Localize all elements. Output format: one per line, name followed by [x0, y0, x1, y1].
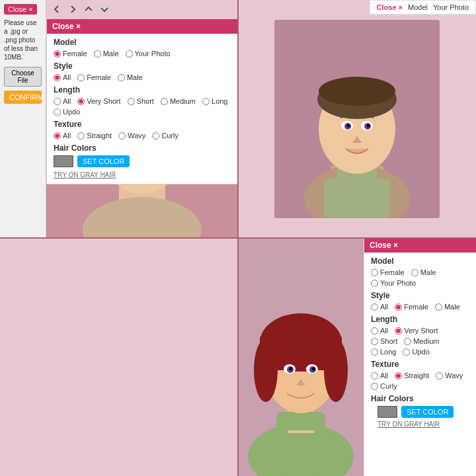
br-color-row: SET COLOR — [371, 406, 469, 418]
svg-point-88 — [312, 368, 315, 371]
br-style-female-radio[interactable] — [395, 303, 402, 311]
bottom-right-control-panel: Close × Model Female Male Your Photo Sty… — [364, 238, 476, 476]
arrow-left-button[interactable] — [50, 3, 63, 16]
br-female-radio[interactable] — [371, 269, 378, 276]
br-length-all-radio[interactable] — [371, 327, 378, 335]
br-photo-svg — [238, 238, 364, 476]
texture-straight-option[interactable]: Straight — [77, 132, 112, 139]
length-medium-radio[interactable] — [161, 98, 168, 105]
br-short-radio[interactable] — [371, 338, 378, 345]
model-female-radio[interactable] — [54, 50, 61, 58]
br-style-male[interactable]: Male — [435, 303, 460, 311]
bottom-left-quadrant: Close × — [0, 238, 238, 476]
hair-colors-section-title: Hair Colors — [54, 143, 231, 153]
br-curly-radio[interactable] — [371, 383, 378, 390]
br-male-radio[interactable] — [411, 269, 418, 276]
br-length-all[interactable]: All — [371, 327, 388, 335]
br-style-male-radio[interactable] — [435, 303, 442, 311]
length-long-option[interactable]: Long — [202, 97, 227, 105]
br-vshort-radio[interactable] — [395, 327, 402, 335]
style-male-radio[interactable] — [118, 74, 125, 81]
length-medium-option[interactable]: Medium — [161, 97, 196, 105]
br-medium-radio[interactable] — [404, 338, 411, 345]
texture-section-title: Texture — [54, 120, 231, 129]
length-veryshort-radio[interactable] — [77, 98, 85, 105]
color-swatch[interactable] — [54, 155, 73, 167]
br-style-female[interactable]: Female — [395, 303, 428, 311]
length-short-radio[interactable] — [128, 98, 135, 105]
length-section-title: Length — [54, 85, 231, 95]
br-style-all[interactable]: All — [371, 303, 388, 311]
br-length-medium[interactable]: Medium — [404, 337, 439, 345]
bottom-right-photo-area — [238, 238, 364, 476]
br-color-swatch[interactable] — [377, 406, 397, 418]
br-length-updo[interactable]: Updo — [403, 348, 429, 356]
br-length-vshort[interactable]: Very Short — [395, 327, 438, 335]
top-nav-arrows — [46, 0, 238, 19]
br-texture-wavy[interactable]: Wavy — [436, 372, 463, 379]
tr-your-photo-label: Your Photo — [433, 3, 469, 11]
length-updo-radio[interactable] — [54, 108, 61, 116]
choose-file-button[interactable]: Choose File — [4, 67, 42, 87]
model-male-option[interactable]: Male — [94, 50, 119, 58]
arrow-up-button[interactable] — [82, 3, 95, 16]
upload-instructions: Please use a .jpg or .png photo of less … — [4, 19, 42, 61]
br-style-all-radio[interactable] — [371, 303, 378, 311]
br-texture-all[interactable]: All — [371, 372, 388, 379]
confirm-button[interactable]: CONFIRM — [4, 91, 42, 104]
length-long-radio[interactable] — [202, 98, 210, 105]
length-short-option[interactable]: Short — [128, 97, 154, 105]
br-length-long[interactable]: Long — [371, 348, 396, 356]
arrow-down-button[interactable] — [98, 3, 111, 16]
style-female-radio[interactable] — [77, 74, 85, 81]
br-close-label: Close × — [370, 241, 398, 250]
svg-rect-77 — [276, 412, 325, 430]
texture-all-option[interactable]: All — [54, 132, 71, 139]
try-gray-button[interactable]: TRY ON GRAY HAIR — [54, 170, 116, 180]
br-texture-curly[interactable]: Curly — [371, 382, 397, 390]
br-length-short[interactable]: Short — [371, 337, 397, 345]
texture-curly-radio[interactable] — [152, 132, 159, 139]
style-female-option[interactable]: Female — [77, 73, 111, 81]
model-photo-option[interactable]: Your Photo — [126, 50, 171, 58]
upload-close-button[interactable]: Close × — [4, 4, 37, 15]
length-all-option[interactable]: All — [54, 97, 71, 105]
model-photo-radio[interactable] — [126, 50, 133, 58]
set-color-button[interactable]: SET COLOR — [77, 155, 130, 167]
br-texture-straight[interactable]: Straight — [395, 372, 429, 379]
br-photo-radio[interactable] — [371, 280, 378, 287]
br-style-group: All Female Male — [371, 303, 469, 311]
br-long-radio[interactable] — [371, 348, 378, 356]
model-female-option[interactable]: Female — [54, 50, 87, 58]
model-male-radio[interactable] — [94, 50, 101, 58]
upload-panel: Close × Please use a .jpg or .png photo … — [0, 0, 46, 238]
br-model-male[interactable]: Male — [411, 268, 436, 276]
arrow-right-button[interactable] — [66, 3, 79, 16]
br-tex-all-radio[interactable] — [371, 372, 378, 379]
texture-wavy-radio[interactable] — [118, 132, 126, 139]
style-all-option[interactable]: All — [54, 73, 71, 81]
length-all-radio[interactable] — [54, 98, 61, 105]
texture-wavy-option[interactable]: Wavy — [118, 132, 145, 139]
br-model-photo[interactable]: Your Photo — [371, 279, 416, 287]
br-set-color-button[interactable]: SET COLOR — [401, 406, 454, 418]
br-try-gray-button[interactable]: TRY ON GRAY HAIR — [371, 420, 446, 428]
arrow-down-icon — [100, 5, 109, 14]
panel-header: Close × — [47, 19, 237, 34]
texture-curly-option[interactable]: Curly — [152, 132, 178, 139]
panel-content: Model Female Male Your Photo Style All — [47, 34, 237, 184]
upload-close-label: Close × — [8, 5, 33, 13]
br-model-female[interactable]: Female — [371, 268, 405, 276]
style-all-radio[interactable] — [54, 74, 61, 81]
tr-header-bar: Close × Model Your Photo — [370, 0, 476, 15]
length-veryshort-option[interactable]: Very Short — [77, 97, 120, 105]
texture-straight-radio[interactable] — [77, 132, 85, 139]
texture-all-radio[interactable] — [54, 132, 61, 139]
br-straight-radio[interactable] — [395, 372, 402, 379]
br-wavy-radio[interactable] — [436, 372, 443, 379]
svg-point-25 — [347, 124, 350, 128]
length-updo-option[interactable]: Updo — [54, 108, 80, 116]
style-male-option[interactable]: Male — [118, 73, 143, 81]
br-updo-radio[interactable] — [403, 348, 410, 356]
br-panel-content: Model Female Male Your Photo Style All — [364, 253, 476, 432]
